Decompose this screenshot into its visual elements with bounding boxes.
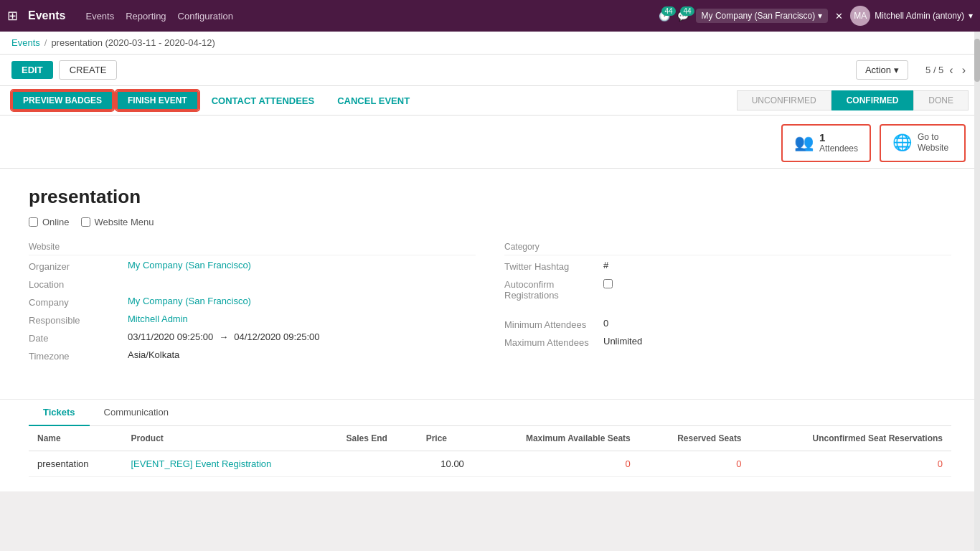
form-right: Category Twitter Hashtag # Autoconfirm R…	[504, 242, 951, 367]
user-menu[interactable]: MA Mitchell Admin (antony) ▾	[850, 6, 973, 26]
responsible-label: Responsible	[29, 314, 122, 326]
secondary-bar: PREVIEW BADGES FINISH EVENT CONTACT ATTE…	[0, 86, 980, 116]
max-attendees-field: Maximum Attendees Unlimited	[504, 336, 951, 348]
table-row[interactable]: presentation [EVENT_REG] Event Registrat…	[29, 451, 951, 476]
status-confirmed[interactable]: CONFIRMED	[831, 90, 914, 110]
date-range: 03/11/2020 09:25:00 → 04/12/2020 09:25:0…	[128, 331, 320, 342]
twitter-value: #	[603, 260, 608, 270]
nav-configuration[interactable]: Configuration	[178, 11, 233, 22]
website-card[interactable]: 🌐 Go to Website	[880, 124, 966, 162]
row-reserved-seats: 0	[639, 451, 750, 476]
row-max-seats: 0	[473, 451, 639, 476]
nav-events[interactable]: Events	[85, 11, 114, 22]
app-grid-icon[interactable]: ⊞	[7, 8, 18, 24]
company-selector[interactable]: My Company (San Francisco) ▾	[696, 9, 829, 23]
timezone-label: Timezone	[29, 349, 122, 362]
pagination-next[interactable]: ›	[959, 64, 969, 77]
attendees-count: 1	[819, 131, 858, 143]
action-label: Action	[865, 65, 891, 75]
scrollbar[interactable]	[974, 32, 980, 491]
col-price: Price	[418, 426, 473, 451]
pagination-count: 5 / 5	[925, 65, 943, 75]
user-chevron-icon: ▾	[969, 11, 973, 21]
date-label: Date	[29, 331, 122, 344]
app-title: Events	[28, 9, 65, 22]
edit-button[interactable]: EDIT	[11, 61, 53, 79]
calendar-icon-badge[interactable]: 🕐 44	[659, 11, 670, 22]
scrollbar-thumb[interactable]	[974, 39, 980, 82]
status-done[interactable]: DONE	[913, 90, 969, 110]
close-icon[interactable]: ✕	[835, 11, 843, 22]
col-sales-end: Sales End	[338, 426, 418, 451]
action-dropdown[interactable]: Action ▾	[856, 60, 908, 80]
breadcrumb: Events / presentation (2020-03-11 - 2020…	[0, 32, 980, 55]
finish-event-button[interactable]: FINISH EVENT	[116, 90, 199, 110]
responsible-value[interactable]: Mitchell Admin	[128, 314, 188, 324]
timezone-field: Timezone Asia/Kolkata	[29, 349, 476, 362]
form-left: Website Organizer My Company (San Franci…	[29, 242, 476, 367]
preview-badges-button[interactable]: PREVIEW BADGES	[11, 90, 113, 110]
status-unconfirmed[interactable]: UNCONFIRMED	[737, 90, 831, 110]
form-area: presentation Online Website Menu Website…	[0, 169, 980, 399]
row-name: presentation	[29, 451, 122, 476]
row-product[interactable]: [EVENT_REG] Event Registration	[122, 451, 337, 476]
autoconfirm-label: Autoconfirm Registrations	[504, 278, 598, 301]
cancel-event-button[interactable]: CANCEL EVENT	[327, 92, 420, 110]
table-header-row: Name Product Sales End Price Maximum Ava…	[29, 426, 951, 451]
organizer-field: Organizer My Company (San Francisco)	[29, 260, 476, 272]
organizer-label: Organizer	[29, 260, 122, 272]
pagination-prev[interactable]: ‹	[946, 64, 956, 77]
online-checkbox[interactable]	[29, 217, 38, 227]
nav-reporting[interactable]: Reporting	[126, 11, 166, 22]
create-button[interactable]: CREATE	[59, 60, 118, 80]
online-checkbox-label[interactable]: Online	[29, 217, 70, 227]
action-chevron-icon: ▾	[894, 65, 899, 75]
chevron-down-icon: ▾	[818, 11, 822, 21]
action-bar: EDIT CREATE Action ▾ 5 / 5 ‹ ›	[0, 55, 980, 86]
responsible-field: Responsible Mitchell Admin	[29, 314, 476, 326]
tabs-section: Tickets Communication	[0, 399, 980, 426]
event-title: presentation	[29, 186, 951, 208]
col-unconfirmed: Unconfirmed Seat Reservations	[750, 426, 951, 451]
twitter-label: Twitter Hashtag	[504, 260, 598, 272]
website-menu-checkbox[interactable]	[81, 217, 90, 227]
min-attendees-label: Minimum Attendees	[504, 318, 598, 330]
attendees-label: Attendees	[819, 143, 858, 155]
organizer-value[interactable]: My Company (San Francisco)	[128, 260, 251, 270]
user-name: Mitchell Admin (antony)	[875, 11, 964, 21]
location-field: Location	[29, 278, 476, 290]
row-unconfirmed: 0	[750, 451, 951, 476]
status-steps: UNCONFIRMED CONFIRMED DONE	[737, 90, 969, 110]
top-navigation: ⊞ Events Events Reporting Configuration …	[0, 0, 980, 32]
row-sales-end	[338, 451, 418, 476]
col-max-seats: Maximum Available Seats	[473, 426, 639, 451]
min-attendees-field: Minimum Attendees 0	[504, 318, 951, 330]
autoconfirm-checkbox[interactable]	[603, 279, 613, 288]
breadcrumb-current: presentation (2020-03-11 - 2020-04-12)	[51, 37, 215, 48]
col-reserved-seats: Reserved Seats	[639, 426, 750, 451]
breadcrumb-parent[interactable]: Events	[11, 37, 40, 48]
online-label: Online	[42, 217, 70, 227]
company-value[interactable]: My Company (San Francisco)	[128, 296, 251, 306]
company-name: My Company (San Francisco)	[702, 11, 816, 21]
attendees-card[interactable]: 👥 1 Attendees	[781, 124, 871, 162]
tab-tickets[interactable]: Tickets	[29, 400, 90, 426]
tab-communication[interactable]: Communication	[90, 400, 183, 426]
location-label: Location	[29, 278, 122, 290]
attendees-icon: 👥	[794, 133, 814, 152]
avatar: MA	[850, 6, 870, 26]
col-product: Product	[122, 426, 337, 451]
contact-attendees-button[interactable]: CONTACT ATTENDEES	[202, 92, 324, 110]
tickets-table-container: Name Product Sales End Price Maximum Ava…	[0, 426, 980, 491]
date-arrow-icon: →	[219, 331, 228, 342]
chat-icon-badge[interactable]: 💬 44	[677, 11, 689, 22]
website-section-header: Website	[29, 242, 476, 255]
tickets-table: Name Product Sales End Price Maximum Ava…	[29, 426, 951, 477]
website-label: Go to Website	[918, 132, 948, 154]
stat-cards: 👥 1 Attendees 🌐 Go to Website	[0, 116, 980, 169]
breadcrumb-separator: /	[44, 37, 47, 48]
nav-links: Events Reporting Configuration	[85, 11, 652, 22]
website-menu-checkbox-label[interactable]: Website Menu	[81, 217, 154, 227]
calendar-badge: 44	[661, 6, 675, 16]
company-field: Company My Company (San Francisco)	[29, 296, 476, 308]
